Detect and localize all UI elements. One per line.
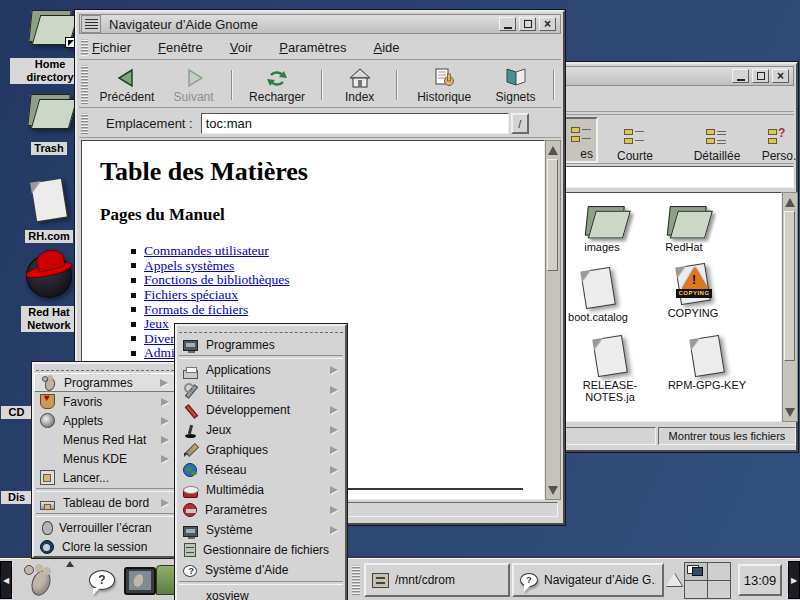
menu-item-favoris[interactable]: Favoris xyxy=(34,392,176,411)
content-link[interactable]: Fonctions de bibliothèques xyxy=(144,272,290,288)
applets-icon xyxy=(40,413,55,428)
scroll-up-icon[interactable] xyxy=(783,195,797,209)
location-input[interactable]: toc:man xyxy=(201,113,509,134)
task-button-help-browser[interactable]: ? Navigateur d’Aide G... xyxy=(512,563,664,597)
pager-cell[interactable] xyxy=(708,563,730,580)
scroll-down-icon[interactable] xyxy=(783,405,797,419)
minimize-button[interactable] xyxy=(732,69,749,83)
menu-voir[interactable]: Voir xyxy=(230,40,252,55)
menu-item-xosview[interactable]: xosview xyxy=(177,586,345,600)
tasklist-popup-icon[interactable] xyxy=(666,573,682,586)
desktop-icon-label-cd[interactable]: CD xyxy=(1,406,32,419)
menu-item-multimedia[interactable]: Multimédia xyxy=(177,480,345,500)
view-button-custom[interactable]: ? Perso. xyxy=(760,117,798,163)
maximize-button[interactable] xyxy=(519,17,536,31)
reload-button[interactable]: Recharger xyxy=(239,64,315,106)
menu-separator xyxy=(36,488,174,492)
main-menu-button[interactable] xyxy=(18,561,60,599)
menu-item-graphiques[interactable]: Graphiques xyxy=(177,440,345,460)
help-toolbar: Précédent Suivant Recharger Index xyxy=(79,62,561,108)
menu-fichier[interactable]: Fichier xyxy=(92,40,131,55)
menu-item-tableau-de-bord[interactable]: Tableau de bord xyxy=(34,493,176,512)
menu-item-reseau[interactable]: Réseau xyxy=(177,460,345,480)
content-link[interactable]: Appels systèmes xyxy=(144,258,234,274)
file-item[interactable]: boot.catalog xyxy=(567,269,629,323)
panel-hide-left-icon[interactable]: ◀ xyxy=(0,561,12,599)
bookmarks-button[interactable]: Signets xyxy=(484,64,547,106)
menu-item-verrouiller[interactable]: Verrouiller l’écran xyxy=(34,518,176,537)
terminal-launcher[interactable] xyxy=(122,566,158,596)
desktop-pager[interactable] xyxy=(684,562,731,599)
file-item[interactable]: RELEASE-NOTES.ja xyxy=(577,337,643,403)
file-item[interactable]: ! COPYING COPYING xyxy=(663,265,723,319)
help-launcher[interactable]: ? xyxy=(86,567,118,593)
menu-item-systeme-aide[interactable]: Système d’Aide xyxy=(177,560,345,580)
menu-item-gestionnaire-fichiers[interactable]: Gestionnaire de fichiers xyxy=(177,540,345,560)
scroll-up-icon[interactable] xyxy=(546,143,560,157)
pager-cell-active[interactable] xyxy=(685,563,707,580)
menu-item-parametres[interactable]: Paramètres xyxy=(177,500,345,520)
maximize-button[interactable] xyxy=(752,69,769,83)
help-titlebar[interactable]: Navigateur d’Aide Gnome × xyxy=(79,14,561,34)
status-box-filter[interactable]: Montrer tous les fichiers xyxy=(658,427,796,445)
content-link[interactable]: Commandes utilisateur xyxy=(144,243,269,259)
file-view-scrollbar[interactable] xyxy=(782,192,798,422)
task-button-cdrom[interactable]: /mnt/cdrom xyxy=(364,563,510,597)
menu-item-menus-kde[interactable]: Menus KDE xyxy=(34,449,176,468)
menu-aide[interactable]: Aide xyxy=(373,40,399,55)
tasklist-grip[interactable] xyxy=(352,565,360,595)
back-button[interactable]: Précédent xyxy=(92,64,162,106)
menu-item-utilitaires[interactable]: Utilitaires xyxy=(177,380,345,400)
locationbar-grip[interactable] xyxy=(81,113,88,134)
scrollbar-slider[interactable] xyxy=(547,159,558,271)
menu-tearoff[interactable] xyxy=(36,364,174,371)
view-button-brief[interactable]: Courte xyxy=(604,117,666,163)
panel-hide-right-icon[interactable]: ▶ xyxy=(788,561,800,599)
menu-item-applications[interactable]: Applications xyxy=(177,360,345,380)
menu-item-clore-session[interactable]: Clore la session xyxy=(34,537,176,556)
view-button-detailed[interactable]: Détaillée xyxy=(676,117,758,163)
menu-item-lancer[interactable]: Lancer... xyxy=(34,468,176,487)
close-button[interactable]: × xyxy=(539,17,556,31)
menu-item-applets[interactable]: Applets xyxy=(34,411,176,430)
submenu-arrow-icon xyxy=(161,455,169,463)
location-dropdown-icon[interactable]: / xyxy=(511,113,529,134)
minimize-button[interactable] xyxy=(499,17,516,31)
menu-item-systeme[interactable]: Système xyxy=(177,520,345,540)
menu-item-programmes[interactable]: Programmes xyxy=(34,373,176,392)
submenu-header-programmes[interactable]: Programmes xyxy=(177,335,345,354)
clock-applet[interactable]: 13:09 xyxy=(738,564,782,596)
file-item[interactable]: RPM-GPG-KEY xyxy=(657,337,757,391)
file-item[interactable]: images xyxy=(579,201,625,253)
menu-item-developpement[interactable]: Développement xyxy=(177,400,345,420)
submenu-arrow-icon xyxy=(330,466,338,474)
forward-button[interactable]: Suivant xyxy=(162,64,225,106)
scrollbar-slider[interactable] xyxy=(784,211,795,361)
menu-parametres[interactable]: Paramètres xyxy=(279,40,346,55)
close-button[interactable]: × xyxy=(772,69,789,83)
desktop-icon-label-dis[interactable]: Dis xyxy=(1,491,32,504)
desktop-icon-rh-com[interactable]: RH.com xyxy=(14,180,84,243)
scroll-down-icon[interactable] xyxy=(546,483,560,497)
menu-tearoff[interactable] xyxy=(179,326,343,333)
content-link[interactable]: Fichiers spéciaux xyxy=(144,287,238,303)
menubar-grip[interactable] xyxy=(81,39,88,56)
content-link[interactable]: Jeux xyxy=(144,316,169,332)
pager-cell[interactable] xyxy=(708,581,730,598)
menu-item-menus-red-hat[interactable]: Menus Red Hat xyxy=(34,430,176,449)
index-button[interactable]: Index xyxy=(329,64,390,106)
file-item[interactable]: RedHat xyxy=(661,201,707,253)
document-icon xyxy=(592,335,628,377)
monitor-icon xyxy=(183,340,198,351)
desktop-icon-trash[interactable]: Trash xyxy=(14,90,84,155)
content-scrollbar[interactable] xyxy=(545,140,561,500)
window-menu-icon[interactable] xyxy=(81,15,101,33)
pager-cell[interactable] xyxy=(685,581,707,598)
menu-item-jeux[interactable]: Jeux xyxy=(177,420,345,440)
toolbar-grip[interactable] xyxy=(81,65,88,104)
file-manager-titlebar[interactable]: × xyxy=(550,66,794,86)
path-input[interactable] xyxy=(554,166,794,188)
content-link[interactable]: Formats de fichiers xyxy=(144,302,248,318)
history-button[interactable]: Historique xyxy=(404,64,484,106)
menu-fenetre[interactable]: Fenêtre xyxy=(158,40,203,55)
